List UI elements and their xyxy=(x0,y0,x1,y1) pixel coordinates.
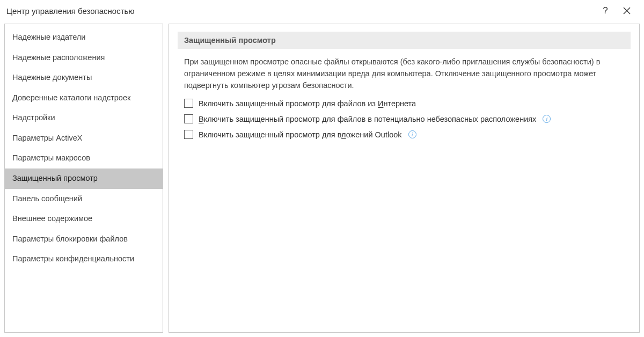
section-description: При защищенном просмотре опасные файлы о… xyxy=(178,56,631,91)
option-internet-files[interactable]: Включить защищенный просмотр для файлов … xyxy=(184,99,624,108)
option-unsafe-locations[interactable]: Включить защищенный просмотр для файлов … xyxy=(184,114,624,123)
content-pane: Защищенный просмотр При защищенном просм… xyxy=(169,24,640,333)
checkbox[interactable] xyxy=(184,130,193,139)
sidebar-item-external-content[interactable]: Внешнее содержимое xyxy=(5,209,163,229)
titlebar: Центр управления безопасностью ? xyxy=(0,0,644,21)
option-outlook-attachments[interactable]: Включить защищенный просмотр для вложени… xyxy=(184,130,624,139)
sidebar-item-privacy[interactable]: Параметры конфиденциальности xyxy=(5,249,163,269)
sidebar-item-addin-catalogs[interactable]: Доверенные каталоги надстроек xyxy=(5,88,163,108)
dialog-window: Центр управления безопасностью ? Надежны… xyxy=(0,0,644,337)
close-icon xyxy=(623,7,631,14)
option-label: Включить защищенный просмотр для файлов … xyxy=(199,115,536,123)
sidebar-item-addins[interactable]: Надстройки xyxy=(5,108,163,128)
sidebar-item-activex[interactable]: Параметры ActiveX xyxy=(5,128,163,149)
option-label: Включить защищенный просмотр для вложени… xyxy=(199,130,402,139)
sidebar-item-macros[interactable]: Параметры макросов xyxy=(5,148,163,169)
checkbox[interactable] xyxy=(184,114,193,123)
checkbox[interactable] xyxy=(184,99,193,108)
options-group: Включить защищенный просмотр для файлов … xyxy=(178,99,631,139)
close-button[interactable] xyxy=(616,0,638,21)
sidebar-item-trusted-documents[interactable]: Надежные документы xyxy=(5,68,163,88)
info-icon[interactable]: i xyxy=(543,115,551,123)
help-button[interactable]: ? xyxy=(595,0,616,21)
sidebar-item-file-block[interactable]: Параметры блокировки файлов xyxy=(5,229,163,250)
section-header: Защищенный просмотр xyxy=(178,32,631,49)
window-title: Центр управления безопасностью xyxy=(6,6,135,16)
sidebar-item-trusted-locations[interactable]: Надежные расположения xyxy=(5,48,163,68)
sidebar-item-message-bar[interactable]: Панель сообщений xyxy=(5,189,163,209)
option-label: Включить защищенный просмотр для файлов … xyxy=(199,99,416,108)
sidebar: Надежные издатели Надежные расположения … xyxy=(4,24,163,333)
info-icon[interactable]: i xyxy=(408,130,416,138)
sidebar-item-protected-view[interactable]: Защищенный просмотр xyxy=(5,169,163,189)
dialog-body: Надежные издатели Надежные расположения … xyxy=(0,21,644,337)
sidebar-item-trusted-publishers[interactable]: Надежные издатели xyxy=(5,27,163,48)
